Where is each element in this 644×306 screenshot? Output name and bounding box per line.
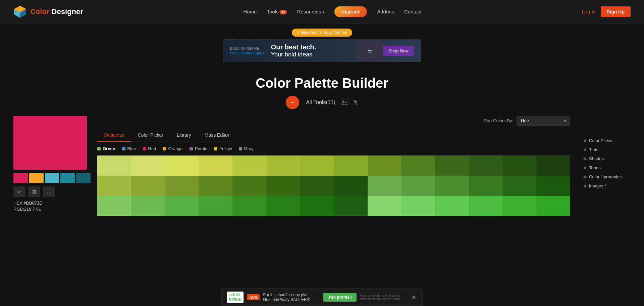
color-cell[interactable] — [266, 156, 300, 176]
ad-badge: -15% — [247, 294, 260, 300]
color-cell[interactable] — [165, 176, 199, 196]
filter-yellow[interactable]: Yellow — [214, 146, 232, 151]
sidebar-color-picker[interactable]: Color Picker — [584, 136, 631, 145]
color-cell[interactable] — [536, 196, 570, 216]
filter-blue[interactable]: Blue — [122, 146, 136, 151]
hex-label: HEX:#DB073D — [13, 201, 91, 206]
swatch-3[interactable] — [45, 173, 59, 183]
tab-mass-editor[interactable]: Mass Editor — [198, 129, 236, 142]
swatch-4[interactable] — [60, 173, 75, 183]
all-tools-link[interactable]: All Tools(11) — [306, 99, 335, 105]
color-cell[interactable] — [334, 196, 368, 216]
swatch-2[interactable] — [29, 173, 44, 183]
color-cell[interactable] — [300, 156, 334, 176]
color-cell[interactable] — [368, 196, 401, 216]
color-cell[interactable] — [97, 196, 131, 216]
hide-ads-button[interactable]: ✕ Hide Ads, 14 days for free — [292, 29, 352, 37]
sidebar-images[interactable]: Images * — [584, 181, 631, 190]
color-cell[interactable] — [131, 196, 165, 216]
color-cell[interactable] — [199, 156, 232, 176]
logo[interactable]: Color Designer — [13, 5, 83, 18]
sidebar-shades[interactable]: Shades — [584, 154, 631, 163]
color-cell[interactable] — [368, 176, 401, 196]
color-cell[interactable] — [469, 196, 503, 216]
color-cell[interactable] — [232, 196, 266, 216]
undo-button[interactable]: ↩ — [13, 186, 25, 197]
nav-addons[interactable]: Addons — [377, 9, 394, 14]
color-cell[interactable] — [131, 156, 165, 176]
login-link[interactable]: Log In — [582, 9, 596, 14]
color-cell[interactable] — [97, 176, 131, 196]
color-cell[interactable] — [401, 176, 435, 196]
color-cell[interactable] — [435, 156, 469, 176]
tab-swatches[interactable]: Swatches — [97, 129, 131, 142]
filter-purple[interactable]: Purple — [190, 146, 208, 151]
left-panel: ↩ ⊞ ... HEX:#DB073D RGB:219 7 61 — [13, 116, 91, 216]
color-cell[interactable] — [469, 156, 503, 176]
filter-red[interactable]: Red — [143, 146, 156, 151]
color-cell[interactable] — [266, 196, 300, 216]
sidebar-tints[interactable]: Tints — [584, 145, 631, 154]
logo-icon — [13, 5, 27, 18]
sort-select[interactable]: Hue Saturation Lightness Name — [517, 116, 570, 126]
swatch-5[interactable] — [76, 173, 91, 183]
nav-resources[interactable]: Resources — [297, 9, 325, 14]
color-cell[interactable] — [165, 196, 199, 216]
color-cell[interactable] — [368, 156, 401, 176]
color-cell[interactable] — [300, 196, 334, 216]
color-cell[interactable] — [536, 176, 570, 196]
right-sidebar: Color Picker Tints Shades Tones Color Ha… — [577, 116, 631, 216]
color-cell[interactable] — [469, 176, 503, 196]
social-icons:  𝕏 — [342, 99, 358, 106]
tab-color-picker[interactable]: Color Picker — [131, 129, 170, 142]
nav-tools[interactable]: Tools12 — [267, 9, 287, 14]
color-cell[interactable] — [435, 196, 469, 216]
color-cell[interactable] — [435, 176, 469, 196]
page-title-area: Color Palette Builder ← All Tools(11)  … — [0, 65, 644, 116]
filter-dot-red — [143, 147, 146, 150]
color-cell[interactable] — [503, 156, 537, 176]
color-cell[interactable] — [165, 156, 199, 176]
ad-shop-button[interactable]: Shop Now — [383, 46, 414, 56]
back-tools-row: ← All Tools(11)  𝕏 — [0, 96, 644, 109]
tab-library[interactable]: Library — [170, 129, 198, 142]
filter-orange[interactable]: Orange — [163, 146, 182, 151]
color-cell[interactable] — [503, 176, 537, 196]
ad-area: ✕ Hide Ads, 14 days for free BUILT TO IN… — [0, 24, 644, 65]
filter-dot-blue — [122, 147, 125, 150]
color-preview[interactable] — [13, 116, 87, 170]
color-grid — [97, 156, 570, 216]
facebook-icon[interactable]:  — [342, 99, 348, 106]
swatch-1[interactable] — [13, 173, 28, 183]
color-cell[interactable] — [300, 176, 334, 196]
color-cell[interactable] — [199, 176, 232, 196]
color-cell[interactable] — [536, 156, 570, 176]
color-cell[interactable] — [232, 156, 266, 176]
sidebar-color-harmonies[interactable]: Color Harmonies — [584, 172, 631, 181]
color-cell[interactable] — [334, 156, 368, 176]
color-cell[interactable] — [131, 176, 165, 196]
color-cell[interactable] — [401, 196, 435, 216]
nav-home[interactable]: Home — [243, 9, 257, 14]
sliders-button[interactable]: ⊞ — [28, 186, 40, 197]
color-cell[interactable] — [503, 196, 537, 216]
color-cell[interactable] — [97, 156, 131, 176]
color-cell[interactable] — [334, 176, 368, 196]
ad-close-button[interactable]: ✕ — [410, 294, 417, 301]
nav-contact[interactable]: Contact — [404, 9, 422, 14]
color-cell[interactable] — [401, 156, 435, 176]
upgrade-button[interactable]: Upgrade — [334, 6, 367, 17]
filter-green[interactable]: Green — [97, 146, 115, 151]
filter-gray[interactable]: Gray — [239, 146, 254, 151]
signup-button[interactable]: Sign Up — [601, 6, 631, 17]
back-button[interactable]: ← — [286, 96, 299, 109]
rgb-label: RGB:219 7 61 — [13, 207, 91, 212]
more-button[interactable]: ... — [43, 186, 55, 197]
sidebar-tones[interactable]: Tones — [584, 163, 631, 172]
twitter-icon[interactable]: 𝕏 — [353, 99, 358, 106]
center-panel: Sort Colors By: Hue Saturation Lightness… — [91, 116, 577, 216]
color-cell[interactable] — [232, 176, 266, 196]
color-cell[interactable] — [199, 196, 232, 216]
ad-cta-button[interactable]: J'en profite ! — [323, 293, 357, 302]
color-cell[interactable] — [266, 176, 300, 196]
